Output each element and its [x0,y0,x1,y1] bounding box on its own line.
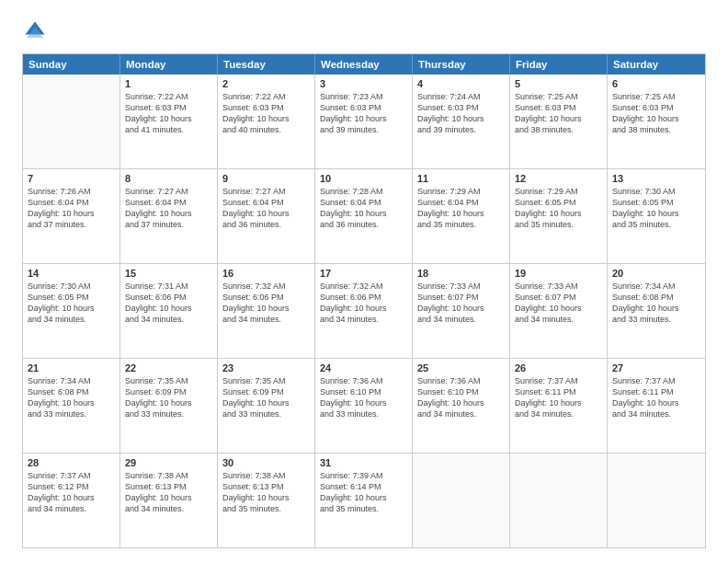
daylight-text: Daylight: 10 hours [125,397,212,408]
daylight-minutes: and 37 minutes. [28,219,115,230]
header-day-tuesday: Tuesday [218,54,315,75]
daylight-minutes: and 34 minutes. [28,314,115,325]
day-number: 30 [222,457,310,468]
calendar-cell: 27Sunrise: 7:37 AMSunset: 6:11 PMDayligh… [608,359,705,453]
sunset-text: Sunset: 6:06 PM [320,292,407,303]
calendar-row-2: 7Sunrise: 7:26 AMSunset: 6:04 PMDaylight… [23,169,705,264]
header-day-saturday: Saturday [608,54,705,75]
sunset-text: Sunset: 6:03 PM [515,102,602,113]
daylight-minutes: and 36 minutes. [320,219,407,230]
calendar-cell: 11Sunrise: 7:29 AMSunset: 6:04 PMDayligh… [413,169,510,263]
sunset-text: Sunset: 6:11 PM [515,386,602,397]
daylight-minutes: and 34 minutes. [125,503,212,514]
daylight-minutes: and 39 minutes. [320,124,407,135]
daylight-minutes: and 33 minutes. [320,408,407,419]
daylight-minutes: and 35 minutes. [612,219,700,230]
sunset-text: Sunset: 6:03 PM [417,102,505,113]
sunset-text: Sunset: 6:09 PM [222,386,310,397]
day-number: 19 [515,268,602,279]
sunset-text: Sunset: 6:06 PM [222,292,310,303]
sunset-text: Sunset: 6:12 PM [28,481,115,492]
day-number: 8 [125,173,212,184]
day-number: 7 [28,173,115,184]
header-day-thursday: Thursday [413,54,510,75]
daylight-text: Daylight: 10 hours [320,303,407,314]
daylight-minutes: and 35 minutes. [515,219,602,230]
calendar-row-3: 14Sunrise: 7:30 AMSunset: 6:05 PMDayligh… [23,264,705,359]
logo-icon [22,18,48,44]
day-number: 24 [320,362,407,373]
day-number: 10 [320,173,407,184]
daylight-text: Daylight: 10 hours [515,303,602,314]
sunrise-text: Sunrise: 7:35 AM [125,375,212,386]
calendar-cell: 9Sunrise: 7:27 AMSunset: 6:04 PMDaylight… [218,169,315,263]
calendar-cell: 29Sunrise: 7:38 AMSunset: 6:13 PMDayligh… [120,454,218,547]
day-number: 22 [125,362,212,373]
daylight-text: Daylight: 10 hours [612,113,700,124]
calendar-cell: 8Sunrise: 7:27 AMSunset: 6:04 PMDaylight… [120,169,218,263]
daylight-text: Daylight: 10 hours [222,113,310,124]
daylight-minutes: and 40 minutes. [222,124,310,135]
header-day-monday: Monday [120,54,218,75]
calendar-cell: 30Sunrise: 7:38 AMSunset: 6:13 PMDayligh… [218,454,315,547]
calendar-cell: 7Sunrise: 7:26 AMSunset: 6:04 PMDaylight… [23,169,120,263]
sunset-text: Sunset: 6:07 PM [515,292,602,303]
daylight-minutes: and 35 minutes. [417,219,505,230]
day-number: 18 [417,268,505,279]
daylight-minutes: and 37 minutes. [125,219,212,230]
header [22,18,706,44]
logo [22,18,51,44]
calendar-row-4: 21Sunrise: 7:34 AMSunset: 6:08 PMDayligh… [23,359,705,454]
daylight-text: Daylight: 10 hours [125,113,212,124]
sunrise-text: Sunrise: 7:31 AM [125,281,212,292]
calendar-body: 1Sunrise: 7:22 AMSunset: 6:03 PMDaylight… [23,75,705,547]
sunrise-text: Sunrise: 7:37 AM [612,375,700,386]
daylight-minutes: and 41 minutes. [125,124,212,135]
day-number: 16 [222,268,310,279]
daylight-minutes: and 35 minutes. [320,503,407,514]
daylight-minutes: and 34 minutes. [417,314,505,325]
calendar-cell: 4Sunrise: 7:24 AMSunset: 6:03 PMDaylight… [413,75,510,168]
calendar-cell: 14Sunrise: 7:30 AMSunset: 6:05 PMDayligh… [23,264,120,358]
daylight-minutes: and 38 minutes. [612,124,700,135]
daylight-text: Daylight: 10 hours [28,492,115,503]
day-number: 20 [612,268,700,279]
daylight-text: Daylight: 10 hours [28,303,115,314]
sunrise-text: Sunrise: 7:37 AM [515,375,602,386]
calendar-cell: 13Sunrise: 7:30 AMSunset: 6:05 PMDayligh… [608,169,705,263]
sunset-text: Sunset: 6:05 PM [28,292,115,303]
daylight-minutes: and 35 minutes. [222,503,310,514]
day-number: 17 [320,268,407,279]
daylight-text: Daylight: 10 hours [612,208,700,219]
calendar-cell: 19Sunrise: 7:33 AMSunset: 6:07 PMDayligh… [510,264,608,358]
calendar-cell: 6Sunrise: 7:25 AMSunset: 6:03 PMDaylight… [608,75,705,168]
sunset-text: Sunset: 6:03 PM [612,102,700,113]
sunset-text: Sunset: 6:04 PM [417,197,505,208]
calendar-cell [23,75,120,168]
daylight-minutes: and 33 minutes. [612,314,700,325]
daylight-text: Daylight: 10 hours [222,303,310,314]
sunrise-text: Sunrise: 7:22 AM [222,91,310,102]
daylight-minutes: and 38 minutes. [515,124,602,135]
sunset-text: Sunset: 6:04 PM [125,197,212,208]
calendar-cell: 26Sunrise: 7:37 AMSunset: 6:11 PMDayligh… [510,359,608,453]
sunrise-text: Sunrise: 7:29 AM [417,186,505,197]
sunrise-text: Sunrise: 7:27 AM [222,186,310,197]
sunrise-text: Sunrise: 7:25 AM [612,91,700,102]
header-day-sunday: Sunday [23,54,120,75]
daylight-text: Daylight: 10 hours [28,208,115,219]
calendar-cell: 5Sunrise: 7:25 AMSunset: 6:03 PMDaylight… [510,75,608,168]
calendar-cell: 1Sunrise: 7:22 AMSunset: 6:03 PMDaylight… [120,75,218,168]
calendar-cell: 21Sunrise: 7:34 AMSunset: 6:08 PMDayligh… [23,359,120,453]
calendar-cell: 2Sunrise: 7:22 AMSunset: 6:03 PMDaylight… [218,75,315,168]
daylight-text: Daylight: 10 hours [222,397,310,408]
day-number: 6 [612,78,700,89]
calendar-cell: 17Sunrise: 7:32 AMSunset: 6:06 PMDayligh… [315,264,413,358]
day-number: 15 [125,268,212,279]
day-number: 2 [222,78,310,89]
sunrise-text: Sunrise: 7:38 AM [125,470,212,481]
daylight-text: Daylight: 10 hours [125,303,212,314]
sunset-text: Sunset: 6:10 PM [320,386,407,397]
header-day-friday: Friday [510,54,608,75]
calendar-cell: 18Sunrise: 7:33 AMSunset: 6:07 PMDayligh… [413,264,510,358]
